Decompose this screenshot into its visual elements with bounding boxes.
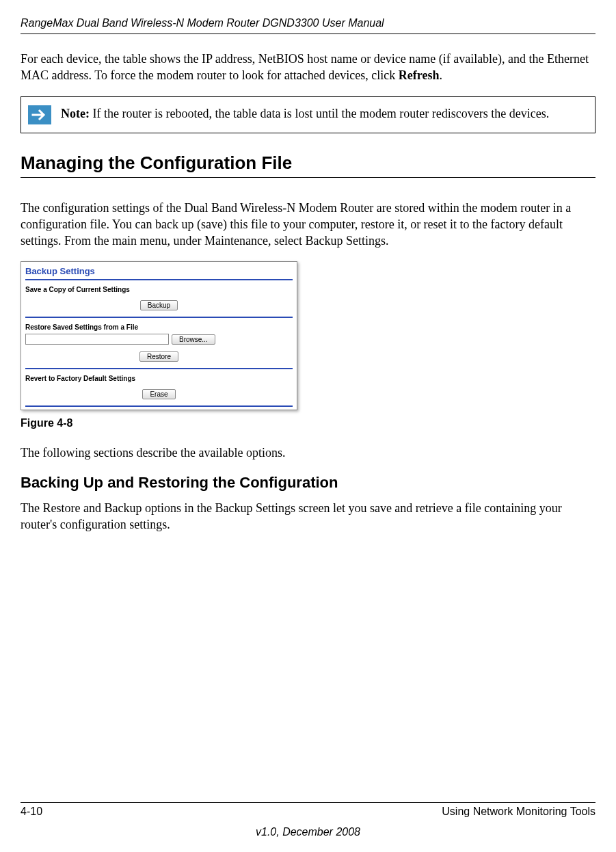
page-footer: 4-10 Using Network Monitoring Tools v1.0… — [21, 802, 595, 838]
arrow-right-icon — [28, 105, 51, 124]
backup-button-row: Backup — [21, 296, 297, 317]
backup-button[interactable]: Backup — [140, 300, 178, 310]
config-paragraph: The configuration settings of the Dual B… — [21, 200, 595, 250]
erase-button-row: Erase — [21, 385, 297, 405]
heading-backing-up: Backing Up and Restoring the Configurati… — [21, 474, 595, 492]
ss-save-copy-label: Save a Copy of Current Settings — [21, 280, 297, 296]
backup-settings-screenshot: Backup Settings Save a Copy of Current S… — [21, 261, 297, 410]
refresh-bold: Refresh — [399, 68, 440, 82]
screenshot-title: Backup Settings — [21, 262, 297, 279]
intro-period: . — [439, 68, 442, 82]
erase-button[interactable]: Erase — [142, 389, 175, 399]
browse-button[interactable]: Browse... — [172, 334, 215, 345]
note-body: If the router is rebooted, the table dat… — [90, 107, 549, 120]
figure-caption: Figure 4-8 — [21, 417, 595, 429]
options-paragraph: The following sections describe the avai… — [21, 444, 595, 461]
backup-restore-paragraph: The Restore and Backup options in the Ba… — [21, 500, 595, 533]
restore-input-row: Browse... — [21, 334, 297, 347]
footer-version: v1.0, December 2008 — [21, 826, 595, 838]
intro-paragraph: For each device, the table shows the IP … — [21, 51, 595, 84]
ss-revert-label: Revert to Factory Default Settings — [21, 369, 297, 385]
footer-section: Using Network Monitoring Tools — [442, 806, 595, 818]
intro-text: For each device, the table shows the IP … — [21, 52, 589, 82]
page-number: 4-10 — [21, 806, 42, 818]
divider — [25, 405, 293, 407]
restore-button-row: Restore — [21, 347, 297, 368]
note-label: Note: — [61, 107, 90, 120]
restore-button[interactable]: Restore — [139, 351, 178, 362]
footer-line: 4-10 Using Network Monitoring Tools — [21, 802, 595, 818]
page-header: RangeMax Dual Band Wireless-N Modem Rout… — [21, 17, 595, 34]
note-callout: Note: If the router is rebooted, the tab… — [21, 96, 595, 133]
ss-restore-label: Restore Saved Settings from a File — [21, 318, 297, 334]
restore-file-input[interactable] — [25, 334, 169, 345]
note-text: Note: If the router is rebooted, the tab… — [61, 105, 549, 122]
heading-managing-config: Managing the Configuration File — [21, 152, 595, 178]
